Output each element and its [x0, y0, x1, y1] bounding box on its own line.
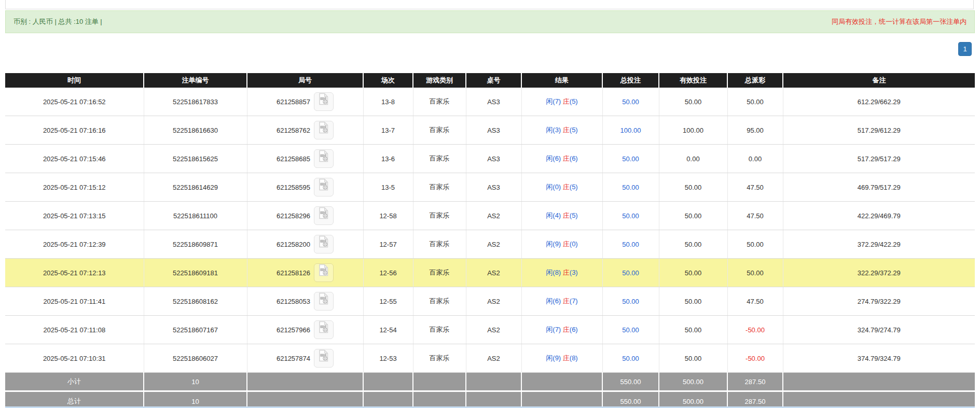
result-player: 闲(0) [546, 183, 561, 191]
result-cell: 闲(3) 庄(5) [521, 116, 602, 145]
bet-number: 522518616630 [173, 126, 218, 134]
total-row: 总计10550.00500.00287.50 [5, 391, 975, 408]
time-cell: 2025-05-21 07:11:08 [5, 316, 144, 344]
payout-cell: 50.00 [727, 88, 783, 116]
bet-time: 2025-05-21 07:15:12 [43, 184, 106, 191]
round-number-cell: 621258200 [247, 230, 363, 259]
table-number-cell: AS3 [466, 145, 521, 173]
remark-value: 517.29/517.29 [858, 155, 901, 163]
result-banker: 庄 [563, 269, 570, 276]
result-cell: 闲(8) 庄(3) [521, 259, 602, 287]
game-type-cell: 百家乐 [413, 202, 466, 230]
payout-value: 95.00 [747, 126, 764, 134]
video-replay-button[interactable] [314, 178, 334, 196]
payout-cell: 0.00 [727, 145, 783, 173]
video-replay-button[interactable] [314, 292, 334, 311]
total-bet-link[interactable]: 50.00 [622, 212, 639, 220]
valid-bet-cell: 50.00 [659, 202, 727, 230]
bet-row: 2025-05-21 07:11:41522518608162621258053… [5, 287, 975, 316]
table-header-row: 时间注单编号局号场次游戏类别桌号结果总投注有效投注总派彩备注 [5, 73, 975, 88]
valid-bet-value: 50.00 [685, 212, 702, 220]
result-banker: 庄 [563, 354, 570, 362]
total-bet-link[interactable]: 50.00 [622, 355, 639, 362]
remark-cell: 322.29/372.29 [783, 259, 975, 287]
session-cell: 13-6 [363, 145, 413, 173]
empty [247, 391, 363, 408]
remark-cell: 274.79/322.29 [783, 287, 975, 316]
bet-time: 2025-05-21 07:12:39 [43, 241, 106, 248]
valid-bet-notice: 同局有效投注，统一计算在该局第一张注单内 [832, 17, 967, 26]
payout-value: -50.00 [746, 326, 765, 334]
remark-value: 374.79/324.79 [858, 355, 901, 362]
video-replay-button[interactable] [314, 121, 334, 139]
total-row-total-bet: 550.00 [602, 391, 659, 408]
total-bet-cell: 50.00 [602, 344, 659, 373]
valid-bet-value: 50.00 [685, 298, 702, 305]
video-replay-button[interactable] [314, 263, 334, 282]
empty [521, 391, 602, 408]
remark-value: 469.79/517.29 [858, 184, 901, 191]
session-number: 13-8 [381, 98, 395, 106]
session-cell: 12-56 [363, 259, 413, 287]
video-replay-button[interactable] [314, 349, 334, 368]
video-replay-button[interactable] [314, 320, 334, 339]
total-bet-cell: 50.00 [602, 230, 659, 259]
round-number-cell: 621258296 [247, 202, 363, 230]
table-number: AS3 [487, 126, 500, 134]
total-bet-link[interactable]: 50.00 [622, 241, 639, 248]
session-cell: 12-53 [363, 344, 413, 373]
page-1-button[interactable]: 1 [958, 42, 972, 56]
bet-number: 522518617833 [173, 98, 218, 106]
session-number: 12-54 [379, 326, 396, 334]
total-bet-link[interactable]: 50.00 [622, 155, 639, 163]
result-banker-points: (8) [570, 354, 578, 362]
total-bet-link[interactable]: 50.00 [622, 98, 639, 106]
table-number: AS3 [487, 184, 500, 191]
result-banker-points: (6) [570, 154, 578, 162]
game-type-cell: 百家乐 [413, 316, 466, 344]
table-number-cell: AS2 [466, 287, 521, 316]
valid-bet-value: 50.00 [685, 98, 702, 106]
total-bet-cell: 50.00 [602, 316, 659, 344]
valid-bet-cell: 0.00 [659, 145, 727, 173]
session-number: 12-55 [379, 298, 396, 305]
remark-cell: 517.29/517.29 [783, 145, 975, 173]
empty [247, 373, 363, 391]
subtotal-row-count: 10 [144, 373, 247, 391]
time-cell: 2025-05-21 07:15:46 [5, 145, 144, 173]
total-bet-link[interactable]: 50.00 [622, 184, 639, 191]
video-replay-button[interactable] [314, 235, 334, 254]
round-number-cell: 621257966 [247, 316, 363, 344]
video-film-icon [318, 150, 329, 162]
valid-bet-value: 50.00 [685, 241, 702, 248]
table-number-cell: AS2 [466, 230, 521, 259]
result-cell: 闲(9) 庄(8) [521, 344, 602, 373]
total-bet-link[interactable]: 50.00 [622, 269, 639, 277]
game-type: 百家乐 [430, 297, 450, 305]
game-type: 百家乐 [430, 240, 450, 248]
video-replay-button[interactable] [314, 92, 334, 111]
total-bet-link[interactable]: 50.00 [622, 298, 639, 305]
bet-number: 522518611100 [173, 212, 217, 220]
total-bet-link[interactable]: 50.00 [622, 326, 639, 334]
remark-value: 612.29/662.29 [858, 98, 901, 106]
remark-value: 422.29/469.79 [858, 212, 901, 220]
bet-records-table: 时间注单编号局号场次游戏类别桌号结果总投注有效投注总派彩备注 2025-05-2… [5, 73, 975, 408]
bet-row: 2025-05-21 07:15:12522518614629621258595… [5, 173, 975, 202]
empty [466, 391, 521, 408]
total-bet-link[interactable]: 100.00 [620, 126, 641, 134]
payout-value: 47.50 [747, 212, 764, 220]
payout-value: 50.00 [747, 241, 764, 248]
payout-cell: 47.50 [727, 287, 783, 316]
game-type: 百家乐 [430, 326, 450, 333]
result-player: 闲(4) [546, 212, 561, 219]
payout-cell: 50.00 [727, 259, 783, 287]
empty [363, 391, 413, 408]
video-replay-button[interactable] [314, 149, 334, 168]
video-film-icon [318, 178, 329, 191]
time-cell: 2025-05-21 07:16:52 [5, 88, 144, 116]
column-header-8: 有效投注 [659, 73, 727, 88]
payout-cell: -50.00 [727, 316, 783, 344]
video-replay-button[interactable] [314, 206, 334, 225]
valid-bet-value: 0.00 [686, 155, 699, 163]
